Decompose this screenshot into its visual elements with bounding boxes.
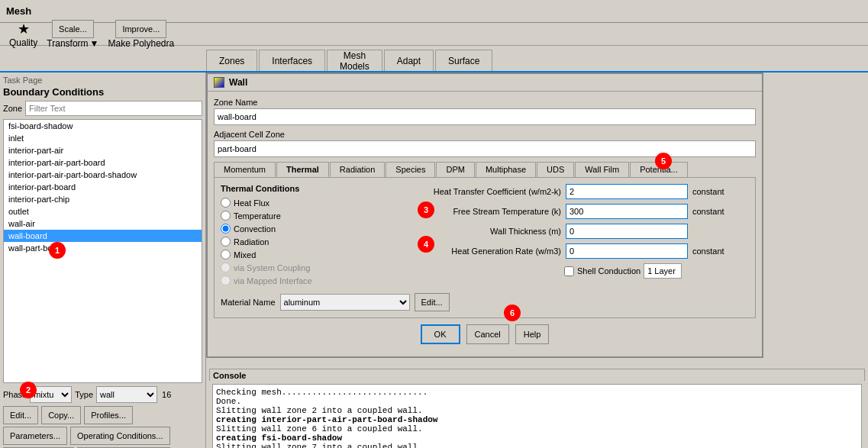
make-polyhedra-label: Make Polyhedra: [108, 38, 174, 49]
thermal-layout: Thermal Conditions Heat Flux Temperature: [221, 184, 749, 288]
zone-item-inlet[interactable]: inlet: [4, 132, 202, 144]
htc-input[interactable]: [566, 184, 688, 199]
convection-radio[interactable]: [221, 224, 231, 234]
material-select[interactable]: aluminum: [280, 294, 410, 311]
zone-item-wall-air[interactable]: wall-air: [4, 218, 202, 230]
dialog-icon: [214, 77, 224, 88]
dialog-tab-dpm[interactable]: DPM: [436, 162, 474, 177]
temperature-radio[interactable]: [221, 211, 231, 221]
via-mapped-interface-radio: [221, 276, 231, 285]
copy-button[interactable]: Copy...: [41, 406, 81, 424]
fst-label: Free Stream Temperature (k): [386, 207, 561, 216]
profiles-button[interactable]: Profiles...: [84, 406, 133, 424]
thermal-left: Thermal Conditions Heat Flux Temperature: [221, 184, 373, 288]
tab-mesh-models[interactable]: Mesh Models: [327, 50, 382, 71]
hgr-suffix: constant: [692, 247, 724, 256]
adjacent-cell-zone-input[interactable]: [214, 140, 756, 157]
tab-zones[interactable]: Zones: [206, 50, 257, 71]
console-line-7: creating fsi-board-shadow: [216, 433, 858, 443]
dialog-tab-radiation[interactable]: Radiation: [330, 162, 385, 177]
shell-conduction-checkbox[interactable]: [564, 266, 574, 276]
zone-name-input[interactable]: [214, 108, 756, 125]
material-label: Material Name: [221, 298, 276, 307]
scale-button[interactable]: Scale...: [52, 20, 94, 38]
improve-button[interactable]: Improve...: [115, 20, 166, 38]
console-line-1: Checking mesh...........................…: [216, 388, 858, 397]
zone-item-interior-part-board[interactable]: interior-part-board: [4, 181, 202, 193]
console-line-8: Slitting wall zone 7 into a coupled wall…: [216, 443, 858, 448]
zone-item-wall-board[interactable]: wall-board: [4, 230, 202, 242]
console-container: Console Checking mesh...................…: [209, 369, 865, 448]
cancel-button[interactable]: Cancel: [466, 324, 509, 344]
tab-surface[interactable]: Surface: [435, 50, 492, 71]
toolbar: ★ Quality Scale... Transform ▼ Improve..…: [0, 23, 868, 46]
hgr-input[interactable]: [566, 243, 688, 259]
zone-label: Zone: [3, 104, 22, 113]
radio-radiation: Radiation: [221, 237, 373, 247]
annotation-4: 4: [418, 236, 434, 253]
dialog-tab-wall-film[interactable]: Wall Film: [575, 162, 629, 177]
shell-layer-input[interactable]: [644, 263, 682, 279]
zone-filter-input[interactable]: [25, 101, 202, 116]
dialog-buttons: OK Cancel Help: [214, 318, 756, 350]
zone-item-interior-part-air-part-board-shadow[interactable]: interior-part-air-part-board-shadow: [4, 169, 202, 181]
material-row: Material Name aluminum Edit...: [221, 293, 749, 311]
help-button[interactable]: Help: [515, 324, 550, 344]
zone-item-interior-part-air[interactable]: interior-part-air: [4, 144, 202, 156]
wt-input[interactable]: [566, 224, 688, 239]
zone-item-fsi-board-shadow[interactable]: fsi-board-shadow: [4, 120, 202, 132]
mixed-radio[interactable]: [221, 250, 231, 259]
dialog-body: Zone Name Adjacent Cell Zone Momentum Th…: [208, 92, 762, 356]
console-line-2: Done.: [216, 397, 858, 406]
heat-flux-radio[interactable]: [221, 198, 231, 208]
zone-list: fsi-board-shadow inlet interior-part-air…: [3, 119, 202, 383]
dialog-tab-uds[interactable]: UDS: [537, 162, 574, 177]
ok-button[interactable]: OK: [421, 324, 460, 344]
annotation-3: 3: [418, 201, 434, 218]
radio-via-system-coupling: via System Coupling: [221, 263, 373, 272]
radiation-radio[interactable]: [221, 237, 231, 247]
radiation-label: Radiation: [234, 237, 269, 247]
console-line-4: Slitting wall zone 2 into a coupled wall…: [216, 406, 858, 415]
zone-item-outlet[interactable]: outlet: [4, 205, 202, 218]
right-area: Wall Zone Name Adjacent Cell Zone Moment…: [206, 73, 868, 448]
via-mapped-interface-label: via Mapped Interface: [234, 276, 312, 285]
edit-button[interactable]: Edit...: [3, 406, 38, 424]
console-line-6: Slitting wall zone 6 into a coupled wall…: [216, 424, 858, 433]
type-label: Type: [75, 390, 93, 399]
zone-item-interior-part-air-part-board[interactable]: interior-part-air-part-board: [4, 156, 202, 169]
radio-temperature: Temperature: [221, 211, 373, 221]
shell-conduction-row: Shell Conduction: [386, 263, 749, 279]
material-edit-button[interactable]: Edit...: [415, 293, 450, 311]
parameters-button[interactable]: Parameters...: [3, 427, 67, 445]
tab-adapt[interactable]: Adapt: [384, 50, 434, 71]
radio-heat-flux: Heat Flux: [221, 198, 373, 208]
dialog-tab-species[interactable]: Species: [386, 162, 435, 177]
dialog-tabs: Momentum Thermal Radiation Species DPM M…: [214, 162, 756, 177]
dialog-tab-momentum[interactable]: Momentum: [214, 162, 276, 177]
dialog-tab-multiphase[interactable]: Multiphase: [476, 162, 536, 177]
annotation-5: 5: [655, 153, 672, 169]
annotation-2: 2: [20, 382, 37, 398]
tab-bar: Zones Interfaces Mesh Models Adapt Surfa…: [0, 46, 868, 73]
fst-suffix: constant: [692, 207, 724, 216]
annotation-1: 1: [49, 242, 66, 259]
console-area[interactable]: Checking mesh...........................…: [212, 384, 862, 448]
transform-arrow: ▼: [90, 38, 99, 49]
radio-via-mapped-interface: via Mapped Interface: [221, 276, 373, 285]
tab-interfaces[interactable]: Interfaces: [259, 50, 325, 71]
main-layout: Task Page Boundary Conditions Zone fsi-b…: [0, 73, 868, 448]
htc-suffix: constant: [692, 187, 724, 196]
type-number: 16: [162, 390, 171, 399]
operating-conditions-button[interactable]: Operating Conditions...: [70, 427, 170, 445]
radio-convection: Convection: [221, 224, 373, 234]
transform-label: Transform: [47, 38, 88, 49]
zone-item-interior-part-chip[interactable]: interior-part-chip: [4, 193, 202, 205]
dialog-tab-thermal[interactable]: Thermal: [276, 162, 329, 177]
fst-input[interactable]: [566, 204, 688, 219]
htc-row: Heat Transfer Coefficient (w/m2-k) const…: [386, 184, 749, 199]
annotation-6: 6: [504, 305, 521, 321]
zone-item-wall-part-board[interactable]: wall-part-board: [4, 242, 202, 254]
type-select[interactable]: wall: [96, 386, 157, 403]
console-header: Console: [209, 369, 865, 381]
